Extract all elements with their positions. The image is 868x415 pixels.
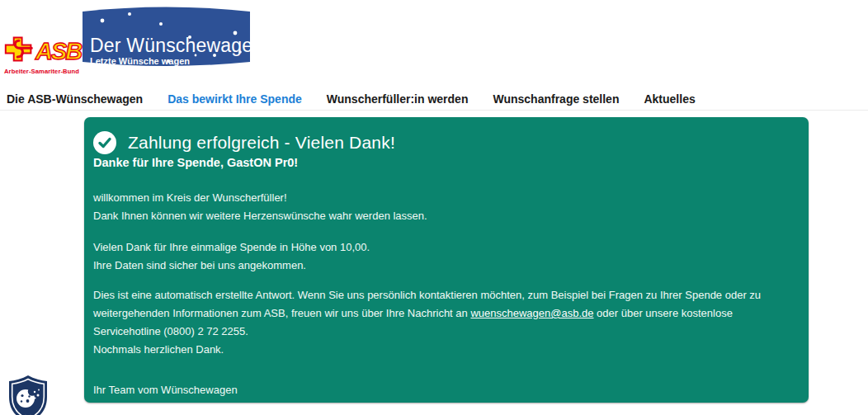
donation-paragraph: Vielen Dank für Ihre einmalige Spende in…	[93, 238, 792, 275]
nav-item-wunschanfrage[interactable]: Wunschanfrage stellen	[493, 92, 619, 106]
data-safe-line: Ihre Daten sind sicher bei uns angekomme…	[93, 257, 792, 275]
auto-reply-line2-before: weitergehenden Informationen zum ASB, fr…	[93, 307, 470, 319]
cookie-consent-shield-icon[interactable]	[7, 374, 50, 415]
email-link[interactable]: wuenschewagen@asb.de	[470, 307, 593, 319]
welcome-paragraph: willkommen im Kreis der Wunscherfüller! …	[93, 189, 792, 225]
panel-title: Zahlung erfolgreich - Vielen Dank!	[128, 133, 395, 153]
asb-logo[interactable]: ASB Arbeiter-Samariter-Bund	[4, 36, 78, 75]
main-navigation: Die ASB-Wünschewagen Das bewirkt Ihre Sp…	[0, 87, 868, 111]
nav-item-wunscherfueller[interactable]: Wunscherfüller:in werden	[327, 92, 469, 106]
asb-logo-subtext: Arbeiter-Samariter-Bund	[4, 68, 78, 75]
nav-item-asb-wuenschewagen[interactable]: Die ASB-Wünschewagen	[7, 92, 143, 106]
page: ASB Arbeiter-Samariter-Bund	[0, 0, 868, 415]
auto-reply-line2-after: oder über unsere kostenlose	[594, 307, 733, 319]
signature-line: Ihr Team vom Wünschewagen	[93, 381, 792, 399]
thanks-line: Dank Ihnen können wir weitere Herzenswün…	[93, 207, 792, 225]
asb-cross-icon	[4, 35, 34, 67]
auto-reply-line1: Dies ist eine automatisch erstellte Antw…	[93, 286, 792, 304]
welcome-line: willkommen im Kreis der Wunscherfüller!	[93, 189, 792, 207]
wuenschewagen-banner[interactable]: Der Wünschewagen Letzte Wünsche wagen	[83, 3, 250, 70]
thanks-again-line: Nochmals herzlichen Dank.	[93, 341, 792, 359]
nav-item-spende[interactable]: Das bewirkt Ihre Spende	[167, 92, 302, 106]
asb-wordmark: ASB	[35, 40, 81, 64]
donation-amount-line: Vielen Dank für Ihre einmalige Spende in…	[93, 238, 792, 257]
payment-success-panel: Zahlung erfolgreich - Vielen Dank! Danke…	[84, 117, 809, 403]
banner-title: Der Wünschewagen	[90, 35, 263, 57]
banner-subtitle: Letzte Wünsche wagen	[90, 56, 190, 66]
panel-subtitle: Danke für Ihre Spende, GastON Pr0!	[93, 156, 792, 169]
checkmark-icon	[93, 131, 116, 154]
auto-reply-line2: weitergehenden Informationen zum ASB, fr…	[93, 304, 792, 323]
hotline-line: Servicehotline (0800) 2 72 2255.	[93, 323, 792, 341]
auto-reply-paragraph: Dies ist eine automatisch erstellte Antw…	[93, 286, 792, 359]
nav-item-aktuelles[interactable]: Aktuelles	[644, 92, 695, 106]
